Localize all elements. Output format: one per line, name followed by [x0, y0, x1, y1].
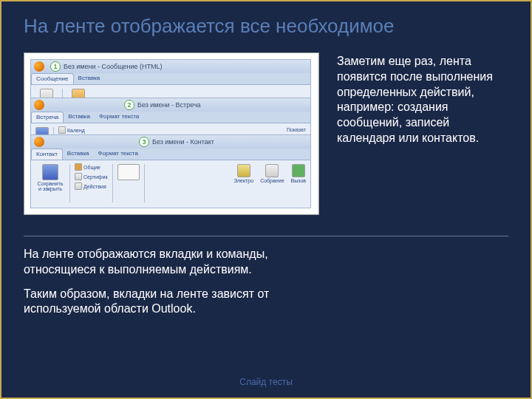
people-icon: [265, 164, 279, 177]
card-icon: [75, 163, 82, 171]
tabs-row: Контакт Вставка Формат текста: [31, 149, 310, 160]
save-icon: [42, 164, 58, 180]
email-label: Электро: [233, 178, 253, 183]
window-caption: Без имени - Сообщение (HTML): [64, 63, 163, 70]
bizcard-icon: [117, 164, 140, 180]
ribbon-body: Сохранить и закрыть Общие Сертифик Дейст…: [31, 160, 310, 206]
tab-format[interactable]: Формат текста: [95, 112, 143, 123]
general-button[interactable]: Общие: [72, 163, 110, 171]
cert-icon: [75, 173, 82, 180]
footer-link[interactable]: Слайд тесты: [1, 377, 531, 387]
window-caption: Без имени - Встреча: [137, 101, 201, 109]
phone-icon: [292, 164, 305, 177]
tabs-row: Сообщение Вставка: [31, 73, 310, 85]
office-button-icon[interactable]: [34, 61, 44, 72]
badge-3-icon: 3: [139, 137, 149, 147]
page-title: На ленте отображается все необходимое: [1, 1, 531, 45]
cert-label: Сертифик: [83, 174, 108, 180]
ribbon-stack: 1 Без имени - Сообщение (HTML) Сообщение…: [24, 52, 319, 215]
badge-2-icon: 2: [124, 100, 134, 110]
side-paragraph: Заметим еще раз, лента появится после вы…: [319, 52, 508, 215]
tabs-row: Встреча Вставка Формат текста: [31, 112, 310, 123]
tab-message[interactable]: Сообщение: [31, 73, 74, 84]
call-button[interactable]: Вызов: [289, 163, 308, 204]
calendar-button[interactable]: Календ: [56, 126, 89, 134]
paragraph-2: Таким образом, вкладки на ленте зависят …: [1, 287, 327, 327]
save-close-label: Сохранить и закрыть: [35, 181, 65, 191]
office-button-icon[interactable]: [34, 100, 44, 110]
tab-format[interactable]: Формат текста: [94, 149, 143, 160]
general-label: Общие: [83, 165, 100, 170]
email-button[interactable]: Электро: [231, 163, 256, 204]
meeting-button[interactable]: Собрание: [258, 163, 286, 204]
cert-button[interactable]: Сертифик: [72, 172, 110, 181]
actions-button[interactable]: Действия: [72, 182, 110, 191]
titlebar: 2 Без имени - Встреча: [31, 98, 310, 112]
tab-meeting[interactable]: Встреча: [31, 112, 64, 123]
meeting-label: Собрание: [260, 178, 284, 183]
save-close-button[interactable]: Сохранить и закрыть: [33, 163, 67, 204]
mail-icon: [237, 164, 250, 177]
window-caption: Без имени - Контакт: [152, 138, 214, 146]
tab-insert[interactable]: Вставка: [63, 149, 94, 160]
tab-insert[interactable]: Вставка: [64, 112, 95, 123]
paragraph-1: На ленте отображаются вкладки и команды,…: [1, 247, 327, 287]
content-row: 1 Без имени - Сообщение (HTML) Сообщение…: [1, 45, 531, 222]
actions-icon: [75, 183, 82, 190]
badge-1-icon: 1: [50, 61, 61, 72]
card-preview: [115, 163, 142, 204]
tab-insert[interactable]: Вставка: [74, 73, 105, 84]
office-button-icon[interactable]: [34, 137, 44, 147]
divider: [24, 236, 508, 236]
calendar-icon: [58, 126, 66, 134]
titlebar: 3 Без имени - Контакт: [31, 135, 310, 149]
ribbon-window-contact: 3 Без имени - Контакт Контакт Вставка Фо…: [30, 134, 311, 208]
titlebar: 1 Без имени - Сообщение (HTML): [31, 60, 310, 73]
call-label: Вызов: [291, 178, 306, 183]
actions-label: Действия: [83, 184, 106, 189]
tab-contact[interactable]: Контакт: [31, 149, 63, 160]
calendar-label: Календ: [67, 128, 85, 133]
